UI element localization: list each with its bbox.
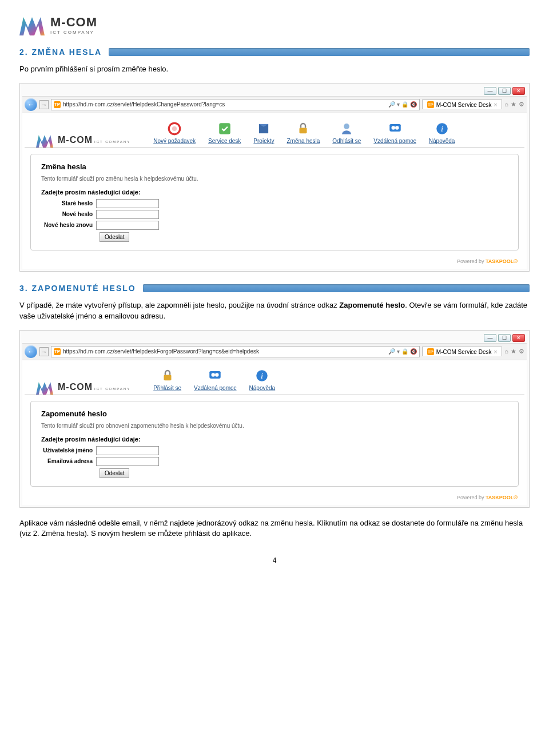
tab-favicon-icon: TP <box>427 101 434 108</box>
window-close-button[interactable]: ✕ <box>512 334 525 342</box>
favorites-icon[interactable]: ★ <box>511 101 516 108</box>
nav-label: Nový požadavek <box>153 138 196 144</box>
nav-item-lock[interactable]: Změna hesla <box>287 121 320 148</box>
taskpool-brand: TASKPOOL® <box>486 495 518 500</box>
favorites-icon[interactable]: ★ <box>511 348 516 355</box>
window-maximize-button[interactable]: ☐ <box>498 87 511 95</box>
powered-by: Powered by TASKPOOL® <box>25 492 524 503</box>
app-logo: M-COM ICT COMPANY <box>36 380 130 395</box>
info-icon: i <box>435 121 449 136</box>
card-title: Zapomenuté heslo <box>41 409 508 418</box>
tab-close-icon[interactable]: × <box>494 102 498 108</box>
email-input[interactable] <box>96 457 159 466</box>
nav-label: Přihlásit se <box>153 385 181 391</box>
screenshot-forgot-password: — ☐ ✕ ← → TP https://hd.m-com.cz/servlet… <box>19 330 530 508</box>
forward-button[interactable]: → <box>39 347 49 356</box>
svg-point-8 <box>391 126 395 130</box>
powered-label: Powered by <box>457 495 486 500</box>
new-password-again-label: Nové heslo znovu <box>41 222 96 228</box>
nav-item-info[interactable]: iNápověda <box>249 368 276 395</box>
logo-m-icon <box>19 14 45 35</box>
nav-item-info[interactable]: iNápověda <box>429 121 455 148</box>
app-header: M-COM ICT COMPANY Nový požadavekService … <box>25 116 524 148</box>
username-input[interactable] <box>96 446 159 455</box>
card-hint: Tento formulář slouží pro změnu hesla k … <box>41 176 508 182</box>
nav-label: Nápověda <box>429 138 455 144</box>
old-password-input[interactable] <box>96 199 159 208</box>
svg-point-16 <box>215 373 219 377</box>
section-heading-2: 2. ZMĚNA HESLA <box>19 46 530 58</box>
powered-label: Powered by <box>457 258 486 264</box>
address-bar[interactable]: TP https://hd.m-com.cz/servlet/HelpdeskC… <box>51 99 420 110</box>
section-2-title: 2. ZMĚNA HESLA <box>19 46 109 58</box>
nav-label: Projekty <box>253 138 274 144</box>
user-icon <box>339 121 354 136</box>
mcom-logo: M-COM ICT COMPANY <box>19 14 97 35</box>
tools-icon[interactable]: ⚙ <box>519 101 524 108</box>
svg-point-15 <box>212 373 216 377</box>
browser-tab[interactable]: TP M-COM Service Desk × <box>422 100 503 109</box>
back-button[interactable]: ← <box>25 345 37 358</box>
ticket-icon <box>167 121 182 136</box>
window-close-button[interactable]: ✕ <box>512 87 525 95</box>
back-button[interactable]: ← <box>25 98 37 111</box>
nav-item-check[interactable]: Service desk <box>208 121 241 148</box>
url-text: https://hd.m-com.cz/servlet/HelpdeskChan… <box>63 101 386 108</box>
forward-button[interactable]: → <box>39 100 49 109</box>
forgot-password-card: Zapomenuté heslo Tento formulář slouží p… <box>30 401 519 487</box>
svg-text:i: i <box>441 124 443 133</box>
card-lead: Zadejte prosím následující údaje: <box>41 189 508 196</box>
nav-label: Service desk <box>208 138 241 144</box>
svg-point-9 <box>395 126 399 130</box>
app-brand-sub: ICT COMPANY <box>94 140 130 144</box>
card-hint: Tento formulář slouží pro obnovení zapom… <box>41 423 508 429</box>
browser-tab[interactable]: TP M-COM Service Desk × <box>422 347 503 356</box>
svg-marker-1 <box>36 135 53 148</box>
app-brand-name: M-COM <box>58 382 93 392</box>
tab-title: M-COM Service Desk <box>436 349 492 355</box>
address-bar[interactable]: TP https://hd.m-com.cz/servlet/HelpdeskF… <box>51 346 420 357</box>
tv-icon <box>208 368 222 383</box>
home-icon[interactable]: ⌂ <box>504 101 508 108</box>
favicon-icon: TP <box>54 348 61 355</box>
tab-close-icon[interactable]: × <box>494 349 498 355</box>
nav-item-book[interactable]: Projekty <box>253 121 274 148</box>
nav-item-tv[interactable]: Vzdálená pomoc <box>194 368 237 395</box>
svg-text:i: i <box>261 371 263 380</box>
info-icon: i <box>254 368 269 383</box>
nav-item-lock[interactable]: Přihlásit se <box>153 368 181 395</box>
submit-button[interactable]: Odeslat <box>100 232 129 242</box>
nav-item-user[interactable]: Odhlásit se <box>332 121 361 148</box>
tools-icon[interactable]: ⚙ <box>519 348 524 355</box>
svg-point-6 <box>344 124 349 129</box>
nav-item-tv[interactable]: Vzdálená pomoc <box>373 121 416 148</box>
svg-marker-12 <box>36 382 53 395</box>
brand-subtitle: ICT COMPANY <box>50 30 97 35</box>
submit-button[interactable]: Odeslat <box>100 468 129 478</box>
heading-rule <box>143 284 530 292</box>
window-maximize-button[interactable]: ☐ <box>498 334 511 342</box>
doc-header: M-COM ICT COMPANY <box>19 14 530 35</box>
addressbar-icons: 🔎 ▾ 🔒 🔇 <box>388 348 416 355</box>
nav-label: Nápověda <box>249 385 276 391</box>
nav-item-ticket[interactable]: Nový požadavek <box>153 121 196 148</box>
tab-favicon-icon: TP <box>427 348 434 355</box>
tv-icon <box>388 121 403 136</box>
app-logo-m-icon <box>36 133 53 148</box>
home-icon[interactable]: ⌂ <box>504 348 508 355</box>
section-2-intro: Po prvním přihlášení si prosím změňte he… <box>19 64 530 75</box>
taskpool-brand: TASKPOOL® <box>486 258 518 264</box>
url-text: https://hd.m-com.cz/servlet/HelpdeskForg… <box>63 348 386 355</box>
nav-label: Vzdálená pomoc <box>194 385 237 391</box>
addressbar-icons: 🔎 ▾ 🔒 🔇 <box>388 101 416 108</box>
window-minimize-button[interactable]: — <box>484 87 496 95</box>
window-minimize-button[interactable]: — <box>484 334 496 342</box>
svg-marker-0 <box>19 17 45 35</box>
lock-icon <box>160 368 175 383</box>
new-password-again-input[interactable] <box>96 221 159 230</box>
new-password-input[interactable] <box>96 210 159 219</box>
section-3-p2: Aplikace vám následně odešle email, v ně… <box>19 518 530 540</box>
browser-actions: ⌂ ★ ⚙ <box>504 348 524 355</box>
svg-point-3 <box>172 126 177 131</box>
favicon-icon: TP <box>54 101 61 108</box>
